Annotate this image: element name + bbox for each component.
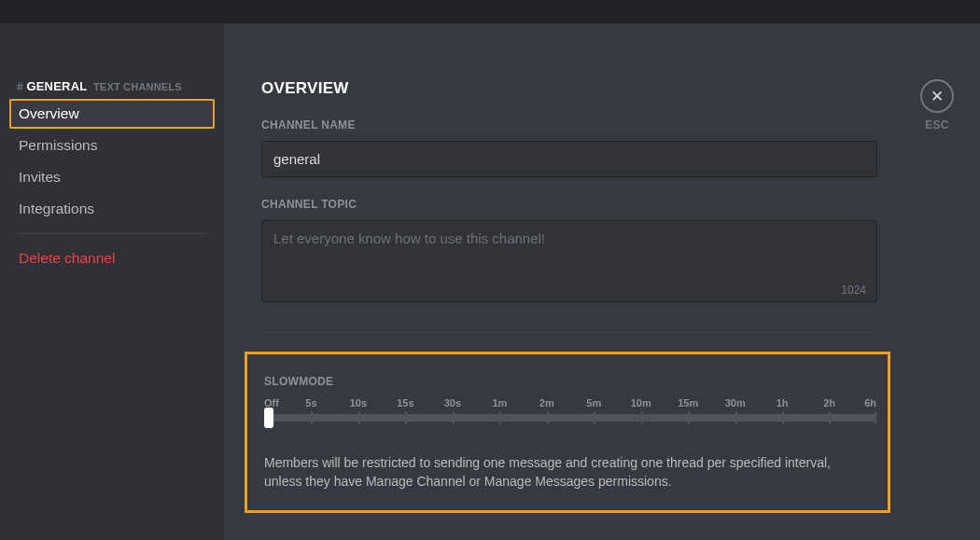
- slider-tick: [358, 411, 360, 424]
- channel-name-input[interactable]: [261, 141, 877, 177]
- sidebar-item-permissions[interactable]: Permissions: [9, 131, 215, 160]
- page-title: OVERVIEW: [261, 79, 943, 98]
- tick-label: 15s: [382, 397, 428, 408]
- sidebar-item-integrations[interactable]: Integrations: [9, 194, 215, 224]
- sidebar: # GENERAL TEXT CHANNELS Overview Permiss…: [0, 23, 224, 540]
- channel-topic-input-wrap: 1024: [261, 220, 877, 306]
- slowmode-slider[interactable]: Off 5s 10s 15s 30s 1m 2m 5m 10m 15m 30m …: [264, 397, 876, 435]
- tick-label: 6h: [853, 397, 876, 408]
- close-icon: ✕: [931, 87, 944, 106]
- top-bar: [0, 0, 980, 23]
- sidebar-item-invites[interactable]: Invites: [9, 162, 215, 192]
- tick-label: 10m: [618, 397, 665, 408]
- slowmode-description: Members will be restricted to sending on…: [264, 453, 861, 492]
- channel-topic-group: CHANNEL TOPIC 1024: [261, 198, 943, 306]
- slider-tick: [829, 411, 831, 424]
- channel-name-group: CHANNEL NAME: [261, 118, 943, 177]
- tick-label: 15m: [665, 397, 711, 408]
- slider-tick: [547, 411, 549, 424]
- hash-icon: #: [17, 80, 23, 93]
- close-group: ✕ ESC: [920, 79, 954, 132]
- slider-tick: [875, 411, 876, 424]
- settings-container: # GENERAL TEXT CHANNELS Overview Permiss…: [0, 23, 980, 540]
- tick-label: 5s: [287, 397, 334, 408]
- delete-channel-label: Delete channel: [19, 250, 115, 266]
- sidebar-header: # GENERAL TEXT CHANNELS: [9, 79, 215, 99]
- tick-label: 10s: [335, 397, 382, 408]
- channel-name-label: CHANNEL NAME: [261, 118, 943, 132]
- sidebar-item-label: Invites: [19, 169, 61, 185]
- sidebar-divider: [17, 233, 207, 234]
- sidebar-item-overview[interactable]: Overview: [9, 99, 215, 129]
- slider-tick: [641, 411, 643, 424]
- slider-track[interactable]: [264, 414, 876, 422]
- delete-channel-button[interactable]: Delete channel: [9, 243, 215, 273]
- slider-tick: [688, 411, 690, 424]
- slider-tick: [499, 411, 501, 424]
- sidebar-item-label: Integrations: [19, 201, 94, 216]
- close-label: ESC: [920, 118, 954, 132]
- section-divider: [261, 332, 877, 333]
- channel-topic-input[interactable]: [261, 220, 877, 302]
- slowmode-section: SLOWMODE Off 5s 10s 15s 30s 1m 2m 5m 10m…: [245, 352, 890, 513]
- slider-tick: [735, 411, 737, 424]
- tick-label: 5m: [570, 397, 617, 408]
- tick-label: 2m: [524, 397, 570, 408]
- tick-label: 1m: [476, 397, 523, 408]
- tick-label: 30m: [711, 397, 758, 408]
- slowmode-label: SLOWMODE: [264, 375, 871, 388]
- slider-tick: [405, 411, 407, 424]
- tick-label: 30s: [429, 397, 476, 408]
- channel-type-subtitle: TEXT CHANNELS: [93, 81, 182, 92]
- char-count: 1024: [841, 284, 866, 297]
- sidebar-item-label: Overview: [19, 105, 79, 121]
- tick-label: 2h: [805, 397, 852, 408]
- close-button[interactable]: ✕: [920, 79, 954, 113]
- slider-tick: [782, 411, 784, 424]
- channel-topic-label: CHANNEL TOPIC: [261, 198, 943, 211]
- sidebar-item-label: Permissions: [19, 137, 97, 153]
- channel-name-header: GENERAL: [26, 79, 87, 93]
- slider-tick: [594, 411, 595, 424]
- slider-tick-labels: Off 5s 10s 15s 30s 1m 2m 5m 10m 15m 30m …: [264, 397, 876, 408]
- slider-handle[interactable]: [264, 408, 273, 428]
- slider-tick: [453, 411, 455, 424]
- main-content: OVERVIEW CHANNEL NAME CHANNEL TOPIC 1024…: [224, 23, 980, 540]
- tick-label: 1h: [759, 397, 805, 408]
- slider-tick: [311, 411, 313, 424]
